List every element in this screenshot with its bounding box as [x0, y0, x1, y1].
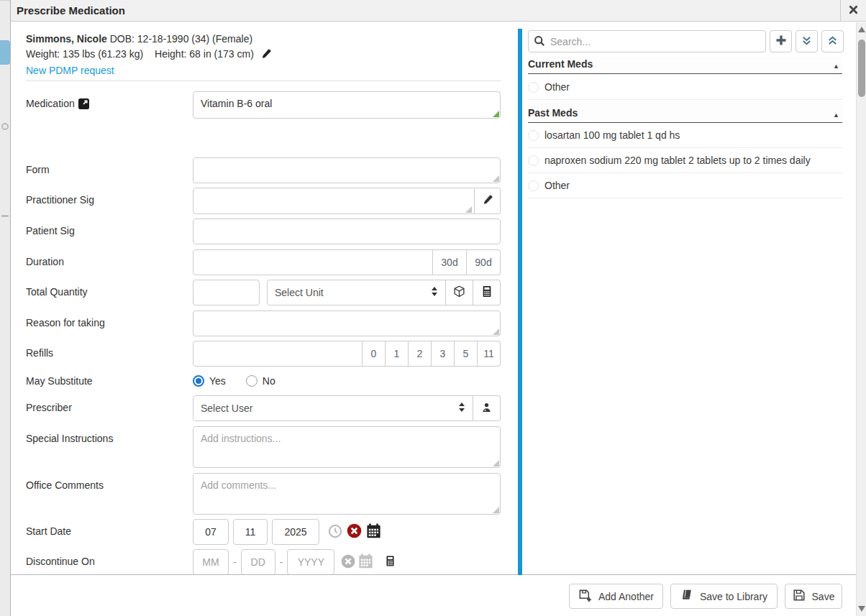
- collapse-caret-icon: ▲: [833, 111, 842, 119]
- scroll-up-arrow[interactable]: [858, 27, 865, 32]
- refills-label: Refills: [26, 341, 193, 367]
- collapse-all-button[interactable]: [796, 30, 818, 52]
- duration-row: Duration 30d 90d: [26, 249, 501, 275]
- med-radio[interactable]: [528, 180, 539, 191]
- med-item-label: Other: [544, 81, 570, 93]
- edit-sig-button[interactable]: [475, 188, 501, 214]
- medication-row: Medication Vitamin B-6 oral: [26, 91, 501, 119]
- prescribe-medication-dialog: Prescribe Medication Simmons, Nicole DOB…: [10, 0, 866, 616]
- patient-sig-row: Patient Sig: [26, 219, 501, 244]
- external-link-icon[interactable]: [78, 98, 89, 111]
- dispense-package-button[interactable]: [446, 280, 473, 305]
- pdmp-request-link[interactable]: New PDMP request: [26, 65, 114, 76]
- refills-3-button[interactable]: 3: [432, 341, 455, 367]
- past-med-item-other[interactable]: Other: [528, 173, 842, 198]
- start-date-calendar-button[interactable]: [366, 523, 381, 541]
- double-chevron-down-icon: [801, 35, 812, 48]
- form-input[interactable]: [193, 157, 501, 183]
- start-day-input[interactable]: [233, 519, 268, 545]
- meds-search: [528, 30, 766, 52]
- unit-select[interactable]: Select Unit: [267, 280, 446, 305]
- scrollbar[interactable]: [856, 22, 866, 616]
- substitute-no-radio[interactable]: [246, 375, 257, 387]
- medication-label: Medication: [26, 91, 193, 119]
- close-icon: [849, 5, 858, 17]
- scrollbar-thumb[interactable]: [858, 40, 865, 97]
- refills-input[interactable]: [193, 341, 363, 367]
- expand-all-button[interactable]: [821, 30, 844, 52]
- past-med-item[interactable]: losartan 100 mg tablet 1 qd hs: [528, 123, 842, 148]
- prescriber-select-value: Select User: [201, 403, 252, 414]
- refills-0-button[interactable]: 0: [363, 341, 386, 367]
- office-comments-row: Office Comments: [26, 473, 501, 515]
- save-label: Save: [812, 591, 835, 602]
- med-radio[interactable]: [528, 130, 539, 141]
- add-another-button[interactable]: Add Another: [569, 584, 663, 609]
- current-med-item-other[interactable]: Other: [528, 75, 842, 100]
- may-substitute-row: May Substitute Yes No: [26, 374, 501, 387]
- total-quantity-input[interactable]: [193, 280, 260, 305]
- practitioner-sig-row: Practitioner Sig: [26, 188, 501, 214]
- duration-input[interactable]: [193, 249, 433, 275]
- total-quantity-label: Total Quantity: [26, 280, 193, 305]
- start-time-button[interactable]: [328, 524, 342, 541]
- med-radio[interactable]: [528, 155, 539, 166]
- calculator-icon: [385, 555, 396, 569]
- save-button[interactable]: Save: [785, 584, 842, 609]
- current-meds-header[interactable]: Current Meds ▲: [528, 57, 842, 74]
- refills-5-button[interactable]: 5: [455, 341, 478, 367]
- discontinue-label: Discontinue On: [26, 549, 193, 575]
- patient-sig-input[interactable]: [193, 219, 501, 244]
- past-med-item[interactable]: naproxen sodium 220 mg tablet 2 tablets …: [528, 148, 842, 173]
- add-med-button[interactable]: [770, 30, 792, 52]
- discontinue-day-input[interactable]: [241, 549, 275, 575]
- duration-90d-button[interactable]: 90d: [467, 249, 501, 275]
- med-radio[interactable]: [528, 82, 539, 93]
- current-meds-title: Current Meds: [528, 58, 593, 70]
- background-fragment: [1, 215, 9, 217]
- pencil-icon: [483, 195, 493, 207]
- substitute-yes-radio[interactable]: [193, 375, 204, 387]
- close-button[interactable]: [840, 0, 866, 22]
- save-to-library-button[interactable]: Save to Library: [670, 584, 778, 609]
- office-comments-input[interactable]: [193, 473, 501, 515]
- content-bottom-border: [11, 574, 857, 575]
- duration-30d-button[interactable]: 30d: [433, 249, 467, 275]
- refills-2-button[interactable]: 2: [409, 341, 432, 367]
- refills-1-button[interactable]: 1: [386, 341, 409, 367]
- practitioner-sig-input[interactable]: [193, 188, 475, 214]
- meds-search-input[interactable]: [528, 30, 766, 52]
- patient-name: Simmons, Nicole: [26, 33, 107, 45]
- prescriber-select[interactable]: Select User: [193, 395, 473, 421]
- duration-calculator-button[interactable]: [385, 555, 396, 569]
- clear-discontinue-date-button[interactable]: [341, 554, 355, 571]
- refills-11-button[interactable]: 11: [478, 341, 501, 367]
- start-month-input[interactable]: [193, 519, 229, 545]
- discontinue-year-input[interactable]: [287, 549, 334, 575]
- panel-divider: [518, 29, 522, 575]
- discontinue-calendar-button[interactable]: [358, 553, 373, 571]
- scroll-down-arrow[interactable]: [858, 606, 865, 612]
- form-row: Form: [26, 157, 501, 183]
- edit-vitals-icon[interactable]: [261, 48, 271, 63]
- start-year-input[interactable]: [272, 519, 319, 545]
- patient-info: Simmons, Nicole DOB: 12-18-1990 (34) (Fe…: [26, 32, 271, 78]
- select-arrows-icon: [431, 286, 438, 299]
- clear-start-date-button[interactable]: [347, 523, 362, 541]
- special-instructions-input[interactable]: [193, 426, 501, 468]
- book-icon: [680, 589, 693, 604]
- medication-input[interactable]: Vitamin B-6 oral: [193, 91, 501, 119]
- duration-label: Duration: [26, 249, 193, 275]
- quantity-calculator-button[interactable]: [473, 280, 501, 305]
- unit-select-value: Select Unit: [275, 287, 324, 298]
- special-instructions-row: Special Instructions: [26, 426, 501, 468]
- practitioner-sig-label: Practitioner Sig: [26, 188, 193, 214]
- past-meds-header[interactable]: Past Meds ▲: [528, 101, 842, 123]
- discontinue-month-input[interactable]: [193, 549, 229, 575]
- med-item-label: losartan 100 mg tablet 1 qd hs: [544, 129, 680, 141]
- circle-x-red-icon: [347, 523, 362, 541]
- reason-input[interactable]: [193, 311, 501, 336]
- form-label: Form: [26, 157, 193, 183]
- past-meds-title: Past Meds: [528, 107, 578, 119]
- choose-prescriber-button[interactable]: [473, 395, 501, 421]
